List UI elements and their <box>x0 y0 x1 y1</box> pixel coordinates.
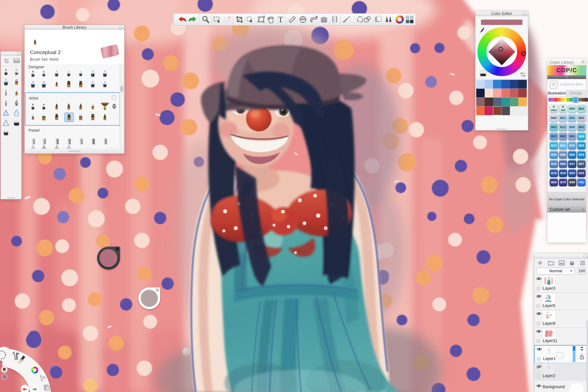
svg-text:T: T <box>278 16 283 24</box>
